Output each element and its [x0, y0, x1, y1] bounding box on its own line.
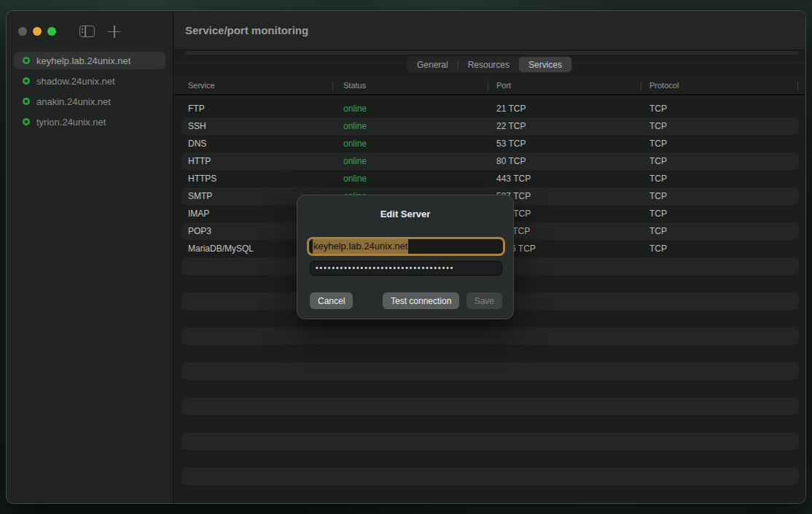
empty-table-row — [181, 450, 799, 467]
column-separator — [488, 81, 488, 90]
cell-port: 143 TCP — [496, 209, 649, 219]
edit-server-dialog: Edit Server keyhelp.lab.24unix.net •••••… — [297, 195, 514, 319]
password-input[interactable]: •••••••••••••••••••••••••••••••••• — [310, 261, 502, 276]
empty-table-row — [181, 380, 799, 397]
table-row[interactable]: HTTPSonline443 TCPTCP — [181, 170, 799, 187]
cell-service: DNS — [188, 139, 343, 149]
traffic-lights — [18, 27, 56, 36]
cell-port: 3306 TCP — [496, 244, 649, 254]
zoom-window-button[interactable] — [47, 27, 56, 36]
minimize-window-button[interactable] — [33, 27, 42, 36]
hostname-value: keyhelp.lab.24unix.net — [313, 239, 408, 254]
cell-status: online — [343, 156, 496, 166]
table-row[interactable]: DNSonline53 TCPTCP — [181, 135, 799, 152]
table-row[interactable]: SSHonline22 TCPTCP — [181, 117, 799, 135]
close-window-button[interactable] — [18, 27, 27, 36]
empty-table-row — [181, 327, 799, 345]
table-row[interactable]: HTTPonline80 TCPTCP — [181, 152, 799, 170]
cell-protocol: TCP — [649, 104, 799, 114]
cell-service: HTTPS — [188, 174, 343, 184]
server-status-dot-icon — [23, 57, 30, 64]
server-name: keyhelp.lab.24unix.net — [36, 55, 130, 66]
titlebar: Service/port monitoring — [173, 11, 805, 50]
cancel-button[interactable]: Cancel — [310, 292, 353, 309]
server-name: anakin.24unix.net — [36, 96, 111, 107]
server-name: tyrion.24unix.net — [36, 117, 106, 128]
sidebar: keyhelp.lab.24unix.net shadow.24unix.net… — [7, 11, 173, 503]
column-separator — [332, 81, 333, 90]
server-status-dot-icon — [23, 77, 30, 85]
empty-table-row — [181, 397, 799, 415]
cell-port: 21 TCP — [496, 104, 649, 114]
add-server-icon[interactable] — [108, 26, 120, 38]
cell-protocol: TCP — [649, 139, 799, 149]
column-separator — [797, 81, 798, 90]
cell-protocol: TCP — [649, 209, 799, 219]
cell-status: online — [343, 104, 496, 114]
tab-services[interactable]: Services — [519, 57, 571, 72]
toggle-sidebar-icon[interactable] — [79, 26, 95, 37]
tab-label: Services — [528, 60, 562, 70]
sidebar-item-server[interactable]: keyhelp.lab.24unix.net — [14, 52, 165, 69]
empty-table-row — [181, 345, 799, 362]
column-header-port[interactable]: Port — [496, 81, 649, 90]
empty-table-row — [181, 362, 799, 380]
sidebar-item-server[interactable]: anakin.24unix.net — [14, 93, 165, 110]
sidebar-item-server[interactable]: tyrion.24unix.net — [14, 113, 165, 131]
cell-status: online — [343, 121, 496, 131]
table-header: Service Status Port Protocol — [173, 76, 805, 96]
server-status-dot-icon — [23, 118, 30, 125]
cell-port: 22 TCP — [496, 121, 649, 131]
cell-protocol: TCP — [649, 121, 799, 131]
table-row[interactable]: FTPonline21 TCPTCP — [181, 100, 799, 117]
server-name: shadow.24unix.net — [36, 76, 115, 87]
cell-protocol: TCP — [649, 174, 799, 184]
hostname-input[interactable]: keyhelp.lab.24unix.net — [307, 237, 505, 256]
column-header-service[interactable]: Service — [188, 81, 343, 90]
cell-protocol: TCP — [649, 156, 799, 166]
cell-protocol: TCP — [649, 226, 799, 236]
cell-service: FTP — [188, 104, 343, 114]
empty-table-row — [181, 415, 799, 432]
server-list: keyhelp.lab.24unix.net shadow.24unix.net… — [14, 52, 165, 133]
sidebar-item-server[interactable]: shadow.24unix.net — [14, 72, 165, 90]
empty-table-row — [181, 432, 799, 450]
save-button[interactable]: Save — [466, 292, 502, 309]
cell-protocol: TCP — [649, 244, 799, 254]
tab-row: General Resources Services — [173, 56, 805, 73]
cell-port: 443 TCP — [496, 174, 649, 184]
empty-table-row — [181, 485, 799, 502]
test-connection-button[interactable]: Test connection — [383, 292, 459, 309]
tab-label: Resources — [468, 60, 510, 70]
page-title: Service/port monitoring — [185, 24, 308, 36]
column-header-status[interactable]: Status — [343, 81, 496, 90]
cell-status: online — [343, 174, 496, 184]
tab-label: General — [417, 60, 448, 70]
server-status-dot-icon — [23, 98, 30, 105]
cell-port: 110 TCP — [496, 226, 649, 236]
cell-port: 53 TCP — [496, 139, 649, 149]
app-window: keyhelp.lab.24unix.net shadow.24unix.net… — [6, 10, 806, 504]
content-top-band — [185, 51, 799, 55]
segmented-control: General Resources Services — [407, 56, 572, 73]
cell-port: 80 TCP — [496, 156, 649, 166]
cell-service: SSH — [188, 121, 343, 131]
column-header-protocol[interactable]: Protocol — [649, 81, 805, 90]
dialog-title: Edit Server — [297, 209, 513, 219]
cell-protocol: TCP — [649, 191, 799, 201]
empty-table-row — [181, 467, 799, 485]
tab-resources[interactable]: Resources — [458, 57, 519, 72]
cell-status: online — [343, 139, 496, 149]
cell-service: HTTP — [188, 156, 343, 166]
cell-port: 587 TCP — [496, 191, 649, 201]
column-separator — [641, 81, 641, 90]
tab-general[interactable]: General — [407, 57, 458, 72]
